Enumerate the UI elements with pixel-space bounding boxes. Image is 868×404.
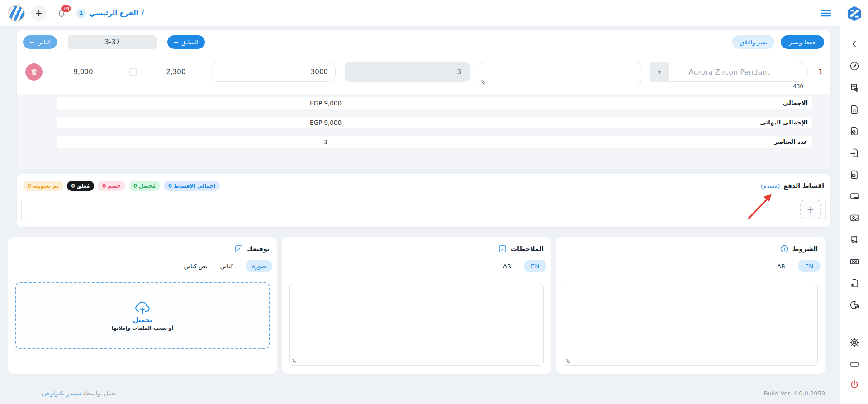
sidebar-item-cash[interactable]	[849, 256, 860, 267]
document-number-field[interactable]: 3-37	[68, 35, 157, 49]
signature-panel: توقيعك صورة كتابي نص كتابي تحميل أو سحب …	[8, 237, 277, 374]
tab-written-text[interactable]: نص كتابي	[184, 263, 207, 270]
breadcrumb-separator: /	[142, 9, 144, 17]
sidebar-item-pos-display[interactable]	[849, 191, 860, 202]
sidebar-item-file-void[interactable]	[849, 169, 860, 180]
tab-image[interactable]: صورة	[246, 260, 272, 272]
plus-icon: +	[35, 8, 43, 19]
sidebar-item-pie-report[interactable]	[849, 299, 860, 310]
terms-textarea[interactable]	[564, 284, 818, 366]
sidebar-item-file-user[interactable]	[849, 278, 860, 289]
sidebar-item-compass[interactable]	[849, 61, 860, 71]
top-bar: + +9 1 الفرع الرئيسي /	[0, 0, 840, 27]
cash-icon	[849, 256, 860, 267]
advanced-link[interactable]: (متقدم)	[761, 183, 780, 190]
product-dropdown-button[interactable]: ▼	[650, 62, 669, 82]
cash-drawer-icon	[849, 359, 860, 370]
tab-ar[interactable]: AR	[777, 263, 785, 270]
total-label: الاجمالي	[783, 97, 808, 109]
brand-logo	[8, 5, 25, 22]
edit-icon	[498, 244, 507, 253]
company-link[interactable]: سبيدر تكنولوجى	[42, 390, 81, 397]
resize-handle-icon[interactable]	[292, 358, 297, 363]
upload-label: تحميل	[133, 316, 152, 323]
next-arrow-icon: →	[29, 39, 34, 46]
prev-label: السابق	[181, 39, 199, 46]
quantity-field[interactable]: 3	[345, 62, 470, 82]
notifications-button[interactable]: +9	[57, 8, 66, 18]
sidebar-item-print-receipt[interactable]	[849, 82, 860, 93]
line-description-textarea[interactable]	[479, 62, 641, 86]
badge-collected: مُحصل 0	[129, 181, 160, 191]
invoice-card: → التالي 3-37 ← السابق نشر واغلاق حفظ ون…	[17, 30, 830, 169]
power-icon	[849, 379, 860, 390]
sidebar-item-customer-display[interactable]	[849, 213, 860, 223]
build-version: Build Ver. 4.0.0.2959	[764, 390, 825, 397]
trash-icon	[31, 68, 38, 76]
sidebar-item-file-cancel[interactable]	[849, 126, 860, 137]
installments-card: اقساط الدفع (متقدم) اجمالي الاقساط 0 مُح…	[17, 174, 830, 227]
sidebar-item-file-info[interactable]: {i}	[849, 104, 860, 115]
row-index: 1	[817, 62, 824, 82]
product-select[interactable]: ▼ 430	[650, 62, 808, 90]
tab-ar[interactable]: AR	[503, 263, 511, 270]
plus-icon: +	[807, 204, 815, 215]
sidebar-item-settings[interactable]	[849, 337, 860, 348]
sidebar-item-cash-drawer[interactable]	[849, 359, 860, 370]
notes-textarea[interactable]	[289, 284, 544, 366]
info-icon	[780, 244, 789, 253]
upload-hint: أو سحب الملفات وإفلاتها	[111, 325, 173, 331]
publish-close-button[interactable]: نشر واغلاق	[732, 35, 774, 49]
sidebar-item-file-send[interactable]	[849, 147, 860, 158]
installments-empty-area: +	[21, 196, 826, 223]
next-button[interactable]: → التالي	[23, 35, 57, 49]
svg-text:{i}: {i}	[852, 109, 857, 112]
total-label: عدد العناصر	[774, 136, 808, 148]
installments-title: اقساط الدفع	[783, 182, 824, 190]
product-name-input[interactable]	[650, 62, 808, 82]
total-value: EGP 9,000	[289, 97, 362, 109]
total-value: EGP 9,000	[289, 117, 362, 128]
previous-button[interactable]: ← السابق	[167, 35, 205, 49]
chevron-down-icon: ▼	[658, 69, 661, 75]
total-label: الإجمالى النهائى	[760, 117, 808, 128]
sidebar-collapse-button[interactable]	[849, 39, 859, 49]
line-total-value: 9,000	[52, 62, 115, 82]
price-input[interactable]	[210, 62, 336, 82]
sidebar-item-file-add[interactable]	[849, 234, 860, 245]
breadcrumb[interactable]: 1 الفرع الرئيسي /	[76, 9, 144, 18]
notes-title: الملاحظات	[511, 245, 544, 252]
resize-handle-icon[interactable]	[566, 358, 571, 363]
edit-icon	[234, 244, 243, 253]
menu-button[interactable]	[820, 9, 832, 18]
compass-icon	[849, 61, 860, 71]
terms-panel: الشروط EN AR	[556, 237, 825, 374]
prev-arrow-icon: ←	[174, 39, 179, 46]
invoice-totals: الاجمالي EGP 9,000 الإجمالى النهائى EGP …	[17, 94, 830, 169]
line-checkbox[interactable]	[129, 68, 137, 76]
signature-upload-dropzone[interactable]: تحميل أو سحب الملفات وإفلاتها	[15, 282, 270, 349]
back-chevron-icon	[849, 39, 859, 49]
add-installment-button[interactable]: +	[800, 200, 821, 219]
print-receipt-icon	[849, 82, 860, 93]
tab-written[interactable]: كتابي	[220, 263, 233, 270]
sidebar-item-logout[interactable]	[849, 379, 860, 390]
branch-count-badge: 1	[76, 9, 86, 18]
total-row: الإجمالى النهائى EGP 9,000	[57, 117, 812, 128]
resize-handle-icon[interactable]	[481, 79, 486, 84]
settings-gear-icon	[849, 337, 860, 348]
file-add-icon	[849, 234, 860, 245]
badge-total-installments: اجمالي الاقساط 0	[164, 181, 220, 191]
hamburger-icon	[820, 9, 832, 18]
quick-add-button[interactable]: +	[31, 5, 47, 21]
powered-by: يعمل بواسطة سبيدر تكنولوجى	[42, 390, 116, 397]
file-user-icon	[849, 278, 860, 289]
badge-discount: خصم 0	[98, 181, 125, 191]
notification-badge: +9	[60, 5, 72, 13]
save-publish-button[interactable]: حفظ ونشر	[781, 35, 824, 49]
pos-display-icon	[849, 191, 860, 202]
delete-line-button[interactable]	[25, 63, 43, 81]
app-logo	[846, 5, 863, 23]
tab-en[interactable]: EN	[798, 260, 821, 272]
tab-en[interactable]: EN	[524, 260, 546, 272]
